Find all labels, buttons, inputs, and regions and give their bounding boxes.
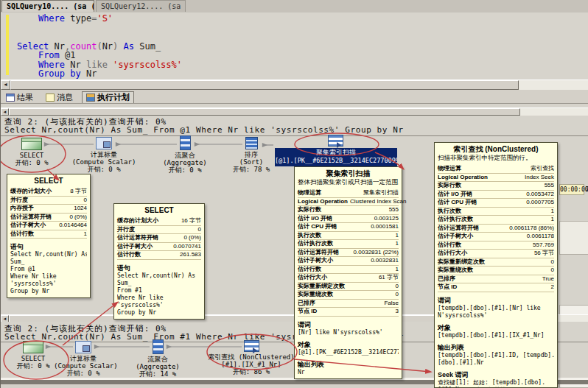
code-token: type bbox=[70, 13, 91, 24]
stream-aggregate-icon bbox=[153, 339, 164, 354]
tooltip-row: 估计子树大小0.0070741 bbox=[117, 243, 201, 252]
tooltip-row: 实际行数555 bbox=[438, 182, 554, 191]
h-scrollbar-plan1[interactable]: ◄ bbox=[1, 107, 588, 116]
tooltip-row: 估计 I/O 开销0.0053472 bbox=[438, 191, 554, 200]
plan-node-clustered-index-scan[interactable]: 聚集索引扫描 [@1].[PK__#6E2152B__3214EC2770099… bbox=[275, 148, 397, 166]
scroll-left-icon[interactable]: ◄ bbox=[1, 108, 9, 116]
select-result-icon bbox=[21, 138, 42, 150]
messages-icon bbox=[46, 94, 55, 102]
grid-cell bbox=[559, 221, 588, 255]
tooltip-rows: 物理运算索引查找Logical OperationIndex Seek实际行数5… bbox=[438, 165, 554, 292]
tooltip-row: Logical OperationIndex Seek bbox=[438, 174, 554, 183]
plan-node-compute-scalar-2[interactable]: 计算标量 (Compute Scalar) 开销: 0 % bbox=[54, 341, 113, 377]
scroll-thumb[interactable] bbox=[9, 108, 520, 116]
execution-plan-tab-label: 执行计划 bbox=[97, 92, 130, 103]
tooltip-section-header: Seek 谓词 bbox=[438, 371, 554, 379]
results-tab-label: 结果 bbox=[17, 92, 33, 103]
tooltip-section-header: 语句 bbox=[10, 243, 87, 251]
tooltip-row: 估计 CPU 开销0.0001581 bbox=[298, 223, 399, 232]
tooltip-row: 缓存的计划大小16 字节 bbox=[117, 217, 201, 226]
tooltip-section-line: 'sysrscolss%' bbox=[10, 281, 87, 288]
tooltip-row: Logical OperationClustered Index Scan bbox=[298, 198, 399, 207]
compute-scalar-icon bbox=[75, 341, 91, 353]
tooltip-sections: 语句Select Nr,count(Nr) AsSum_From #1Where… bbox=[117, 264, 201, 317]
tooltip-section-header: 输出列表 bbox=[438, 344, 554, 352]
code-token: Sum_ bbox=[139, 41, 161, 52]
tooltip-clustered-index-scan: 聚集索引扫描 整体扫描聚集索引或只扫描一定范围。 物理运算聚集索引扫描Logic… bbox=[294, 166, 402, 379]
tooltip-section-line: N'sysrscolss%' bbox=[438, 312, 554, 320]
tooltip-section-line: 'sysrscolss%' bbox=[117, 302, 201, 309]
code-token bbox=[17, 13, 38, 24]
clustered-index-scan-icon[interactable] bbox=[328, 135, 343, 147]
results-tab[interactable]: 结果 bbox=[2, 91, 37, 103]
tooltip-section-header: 对象 bbox=[438, 324, 554, 332]
tooltip-section-line: Select Nr,count(Nr) As bbox=[117, 272, 201, 280]
tooltip-row: 并行度0 bbox=[117, 226, 201, 235]
code-line bbox=[1, 24, 583, 33]
tooltip-row: 实际重新绑定次数0 bbox=[438, 258, 554, 267]
tooltip-section-line: [dbo].[#1].Nr bbox=[438, 359, 554, 367]
messages-tab-label: 消息 bbox=[57, 92, 73, 103]
select-result-icon bbox=[23, 341, 43, 353]
tooltip-section-header: 输出列表 bbox=[298, 361, 399, 369]
tooltip-row: 实际重绕次数0 bbox=[438, 267, 554, 275]
tooltip-section-header: 谓词 bbox=[298, 321, 399, 329]
editor-tab-sqlquery12[interactable]: SQLQuery12.... (sa (58))* bbox=[96, 0, 186, 12]
code-token: ( bbox=[97, 41, 102, 52]
code-token bbox=[17, 68, 38, 79]
plan-node-stream-aggregate-2[interactable]: 流聚合 (Aggregate) 开销: 14 % bbox=[128, 339, 187, 378]
tooltip-row: 实际行数555 bbox=[298, 206, 399, 215]
tooltip-row: 已排序True bbox=[438, 275, 554, 284]
code-token: Nr bbox=[102, 41, 113, 52]
code-token: Where bbox=[38, 13, 70, 24]
messages-tab[interactable]: 消息 bbox=[42, 91, 77, 103]
tooltip-row: 估计子树大小0.0061178 bbox=[438, 233, 554, 241]
execution-plan-tab[interactable]: 执行计划 bbox=[82, 91, 134, 103]
tooltip-row: 物理运算聚集索引扫描 bbox=[298, 189, 399, 198]
code-line: Group by Nr bbox=[1, 69, 583, 79]
scroll-thumb[interactable] bbox=[10, 80, 519, 90]
tooltip-row: 内存授予1024 bbox=[10, 205, 87, 214]
tooltip-index-seek: 索引查找 (NonClustered) 扫描非聚集索引中特定范围的行。 物理运算… bbox=[434, 142, 558, 388]
tooltip-title: 聚集索引扫描 bbox=[298, 169, 399, 178]
tooltip-select-1: SELECT 缓存的计划大小8 字节并行度0内存授予1024估计运算符开销0 (… bbox=[7, 174, 91, 298]
document-tab-strip: SQLQuery10.... (sa (56))* SQLQuery12....… bbox=[1, 0, 588, 13]
tooltip-section-line: [tempdb].[dbo].[#1].[Nr] like bbox=[438, 305, 554, 312]
tooltip-row: 已排序False bbox=[298, 300, 399, 308]
tooltip-rows: 缓存的计划大小16 字节并行度0估计运算符开销0 (0%)估计子树大小0.007… bbox=[117, 217, 201, 260]
sql-editor[interactable]: Where type='S' Select Nr,count(Nr) As Su… bbox=[1, 13, 588, 80]
code-area: Where type='S' Select Nr,count(Nr) As Su… bbox=[1, 14, 583, 79]
plan-node-sort[interactable]: 排序 (Sort) 开销: 78 % bbox=[222, 137, 281, 173]
sort-icon bbox=[245, 137, 258, 149]
code-line: Select Nr,count(Nr) As Sum_ bbox=[1, 42, 583, 52]
scroll-left-icon[interactable]: ◄ bbox=[1, 80, 10, 90]
tooltip-row: 估计运算符开销0 (0%) bbox=[117, 234, 201, 243]
tooltip-section-line: Where Nr like bbox=[117, 294, 201, 302]
compute-scalar-icon bbox=[96, 137, 112, 149]
tooltip-row: 估计运算符开销0.0032831 (22%) bbox=[298, 249, 399, 258]
tooltip-section-line: From @1 bbox=[10, 266, 87, 273]
h-scrollbar-editor[interactable]: ◄ bbox=[1, 80, 588, 90]
tooltip-select-2: SELECT 缓存的计划大小16 字节并行度0估计运算符开销0 (0%)估计子树… bbox=[113, 203, 205, 320]
ssms-window: SQLQuery10.... (sa (56))* SQLQuery12....… bbox=[0, 0, 588, 388]
stream-aggregate-icon bbox=[180, 135, 191, 150]
plan-node-compute-scalar-1[interactable]: 计算标量 (Compute Scalar) 开销: 0 % bbox=[71, 137, 137, 173]
plan-node-index-seek[interactable]: 索引查找 (NonClustered) [#1].[IX_#1_Nr] 开销: … bbox=[200, 340, 303, 375]
editor-tab-sqlquery10[interactable]: SQLQuery10.... (sa (56))* bbox=[1, 0, 94, 12]
tooltip-section-line: Nr bbox=[298, 369, 399, 376]
tooltip-section-line: [@1].[PK__#6E2152B__3214EC2770099B30] bbox=[298, 349, 399, 356]
code-token: As bbox=[124, 41, 140, 52]
plan-node-select-1[interactable]: SELECT 开销: 0 % bbox=[2, 138, 61, 166]
tooltip-sections: 谓词[Nr] like N'sysrscolss%'对象[@1].[PK__#6… bbox=[298, 321, 399, 376]
tooltip-row: 估计 CPU 开销0.0007705 bbox=[438, 199, 554, 208]
tooltip-row: 估计行大小56 字节 bbox=[438, 250, 554, 258]
tooltip-section-line: Sum_ bbox=[10, 258, 87, 266]
query-text-1: Select Nr,count(Nr) As Sum_ From @1 Wher… bbox=[4, 125, 404, 135]
tooltip-section-line: [Nr] like N'sysrscolss%' bbox=[298, 329, 399, 336]
tooltip-rows: 物理运算聚集索引扫描Logical OperationClustered Ind… bbox=[298, 189, 399, 317]
tooltip-section-line: Select Nr,count(Nr) As bbox=[10, 251, 87, 258]
plan-node-stream-aggregate-1[interactable]: 流聚合 (Aggregate) 开销: 0 % bbox=[152, 135, 218, 174]
tooltip-sections: 语句Select Nr,count(Nr) AsSum_From @1Where… bbox=[10, 243, 87, 295]
tooltip-rows: 缓存的计划大小8 字节并行度0内存授予1024估计运算符开销0 (0%)估计子树… bbox=[10, 188, 87, 239]
tooltip-row: 估计执行次数1 bbox=[438, 216, 554, 225]
